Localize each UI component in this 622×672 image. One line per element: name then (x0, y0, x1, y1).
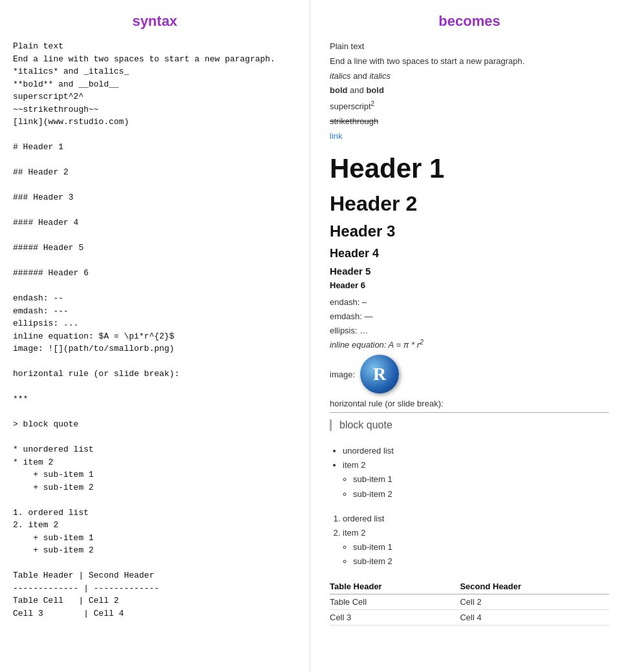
italics-text-1: italics (330, 71, 351, 81)
hr-label: horizontal rule (or slide break): (330, 399, 609, 408)
ordered-sub-list: sub-item 1 sub-item 2 (353, 540, 609, 569)
syntax-content: Plain text End a line with two spaces to… (13, 40, 297, 620)
endash-line: endash: – (330, 295, 609, 310)
header-1: Header 1 (330, 154, 609, 184)
table-cell: Cell 3 (330, 610, 460, 625)
paragraph-line: End a line with two spaces to start a ne… (330, 55, 609, 68)
header-5: Header 5 (330, 266, 609, 277)
emdash-val: — (365, 311, 373, 321)
superscript-line: superscript2 (330, 99, 609, 114)
table-cell: Cell 4 (460, 610, 609, 625)
image-label: image: (330, 370, 355, 379)
table-row: Cell 3 Cell 4 (330, 610, 609, 625)
list-item: ordered list (343, 512, 609, 526)
table-row: Table Cell Cell 2 (330, 594, 609, 610)
superscript-label: superscript (330, 102, 371, 112)
header-4: Header 4 (330, 247, 609, 260)
bold-line: bold and bold (330, 84, 609, 98)
bold-text-1: bold (330, 85, 347, 95)
hr-divider (330, 412, 609, 413)
header-2: Header 2 (330, 193, 609, 215)
strikethrough-line: strikethrough (330, 115, 609, 129)
blockquote: block quote (330, 419, 609, 431)
bold-and: and (350, 85, 364, 95)
link-text[interactable]: link (330, 131, 343, 141)
equation-val: A = π * r2 (389, 340, 424, 350)
strikethrough-text: strikethrough (330, 116, 378, 126)
list-item: sub-item 1 (353, 472, 609, 487)
italics-and: and (353, 71, 367, 81)
right-panel: becomes Plain text End a line with two s… (310, 0, 622, 672)
ellipsis-line: ellipsis: … (330, 324, 609, 338)
header-6: Header 6 (330, 280, 609, 290)
becomes-title: becomes (330, 13, 609, 30)
header-3: Header 3 (330, 223, 609, 240)
unordered-sub-list: sub-item 1 sub-item 2 (353, 472, 609, 501)
list-item: sub-item 2 (353, 487, 609, 501)
syntax-title: syntax (13, 13, 297, 30)
image-line: image: R (330, 355, 609, 394)
superscript-num: 2 (371, 100, 375, 107)
italics-text-2: italics (369, 71, 391, 81)
bold-text-2: bold (366, 85, 383, 95)
table-header-row: Table Header Second Header (330, 579, 609, 594)
list-item: sub-item 2 (353, 554, 609, 569)
unordered-list: unordered list item 2 sub-item 1 sub-ite… (343, 444, 609, 501)
endash-val: – (362, 297, 367, 307)
ordered-list: ordered list item 2 sub-item 1 sub-item … (343, 512, 609, 569)
endash-label: endash: (330, 297, 359, 307)
italics-line: italics and italics (330, 70, 609, 83)
markdown-table: Table Header Second Header Table Cell Ce… (330, 579, 609, 625)
link-line: link (330, 130, 609, 143)
equation-line: inline equation: A = π * r2 (330, 338, 609, 350)
table-cell: Table Cell (330, 594, 460, 610)
equation-label: inline equation: (330, 340, 386, 350)
r-ball-letter: R (373, 364, 386, 384)
list-item: sub-item 1 (353, 540, 609, 554)
list-item: item 2 sub-item 1 sub-item 2 (343, 526, 609, 569)
table-header-cell: Second Header (460, 579, 609, 594)
list-item: item 2 sub-item 1 sub-item 2 (343, 458, 609, 501)
r-ball-image: R (360, 355, 399, 394)
plain-text-line: Plain text (330, 40, 609, 54)
list-item: unordered list (343, 444, 609, 458)
emdash-label: emdash: (330, 311, 362, 321)
table-cell: Cell 2 (460, 594, 609, 610)
ellipsis-val: … (359, 326, 368, 335)
blockquote-text: block quote (339, 419, 392, 430)
ellipsis-label: ellipsis: (330, 326, 358, 335)
emdash-line: emdash: — (330, 310, 609, 324)
left-panel: syntax Plain text End a line with two sp… (0, 0, 310, 672)
table-header-cell: Table Header (330, 579, 460, 594)
